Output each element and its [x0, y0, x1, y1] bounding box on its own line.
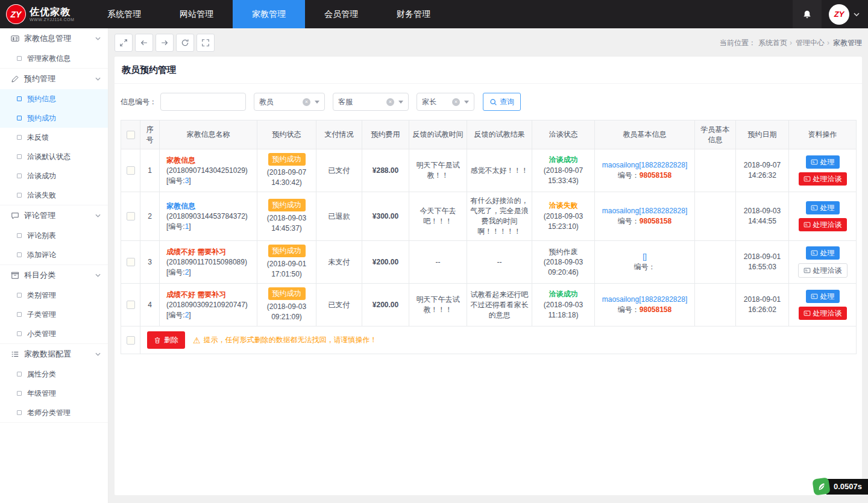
- talk-time: (2018-09-03 09:20:46): [535, 257, 591, 278]
- sidebar-item-teacher-category-manage[interactable]: 老师分类管理: [0, 403, 108, 422]
- sidebar-item-talk-default[interactable]: 洽谈默认状态: [0, 147, 108, 166]
- pay-status: 未支付: [316, 241, 362, 284]
- user-menu[interactable]: ZY: [822, 0, 868, 28]
- nav-item-finance[interactable]: 财务管理: [377, 0, 450, 28]
- status-time: (2018-09-07 14:30:42): [260, 167, 313, 188]
- status-time: (2018-09-03 14:45:37): [260, 213, 313, 234]
- breadcrumb-item-current: 家教管理: [827, 38, 862, 48]
- sidebar-item-manage-tutor-info[interactable]: 管理家教信息: [0, 49, 108, 68]
- handle-button[interactable]: 处理: [806, 155, 840, 169]
- select-all-checkbox[interactable]: [127, 131, 135, 139]
- page-timer: 0.0507s: [813, 478, 868, 495]
- card-icon: [804, 310, 811, 317]
- bullet-icon: [17, 293, 22, 298]
- bullet-icon: [17, 173, 22, 178]
- nav-item-tutoring[interactable]: 家教管理: [233, 0, 305, 28]
- delete-button[interactable]: 删除: [147, 331, 185, 349]
- tutor-info-link[interactable]: 成绩不好 需要补习: [166, 247, 254, 257]
- info-number-label: 信息编号：: [121, 97, 157, 107]
- sidebar-item-talk-failed[interactable]: 洽谈失败: [0, 186, 108, 205]
- notifications-button[interactable]: [793, 0, 822, 28]
- fullscreen-button[interactable]: [197, 34, 215, 52]
- row-checkbox[interactable]: [127, 212, 135, 220]
- breadcrumb-item-home[interactable]: 系统首页: [758, 38, 787, 48]
- handle-talk-button[interactable]: 处理洽谈: [799, 218, 847, 231]
- handle-talk-button[interactable]: 处理洽谈: [799, 172, 847, 186]
- nav-item-members[interactable]: 会员管理: [305, 0, 377, 28]
- sidebar-group-subjects[interactable]: 科目分类: [0, 265, 108, 286]
- chevron-down-icon: [95, 214, 101, 217]
- tutor-info-link[interactable]: 家教信息: [166, 201, 254, 211]
- leaf-icon: [812, 477, 830, 495]
- tutor-info-link[interactable]: 家教信息: [166, 155, 254, 166]
- row-checkbox[interactable]: [127, 301, 135, 309]
- sidebar-item-grade-manage[interactable]: 年级管理: [0, 384, 108, 403]
- handle-talk-button[interactable]: 处理洽谈: [799, 307, 847, 320]
- parent-select[interactable]: 家长 ×: [417, 93, 474, 111]
- teacher-link[interactable]: maosailong[18828282828]: [598, 206, 691, 216]
- pay-status: 已支付: [316, 284, 362, 326]
- top-nav: 系统管理 网站管理 家教管理 会员管理 财务管理: [88, 0, 450, 28]
- app-logo[interactable]: ZY 佐优家教 WWW.ZYJJ114.COM: [0, 0, 88, 28]
- teacher-link[interactable]: maosailong[18828282828]: [598, 160, 691, 170]
- sidebar-group-data-config[interactable]: 家教数据配置: [0, 344, 108, 364]
- trial-result: --: [467, 241, 532, 284]
- clear-icon[interactable]: ×: [386, 98, 394, 106]
- handle-button[interactable]: 处理: [806, 201, 840, 214]
- sidebar-item-subcategory-manage[interactable]: 子类管理: [0, 305, 108, 324]
- card-icon: [811, 249, 818, 257]
- clear-icon[interactable]: ×: [303, 98, 310, 106]
- topbar: ZY 佐优家教 WWW.ZYJJ114.COM 系统管理 网站管理 家教管理 会…: [0, 0, 868, 28]
- sidebar-item-booking-success[interactable]: 预约成功: [0, 108, 108, 128]
- sidebar-item-category-manage[interactable]: 类别管理: [0, 286, 108, 305]
- nav-item-system[interactable]: 系统管理: [88, 0, 160, 28]
- refresh-button[interactable]: [176, 34, 194, 52]
- sidebar-item-comment-list[interactable]: 评论别表: [0, 226, 108, 245]
- sidebar-item-booking-info[interactable]: 预约信息: [0, 89, 108, 108]
- tutor-info-number: [编号:2]: [166, 310, 254, 320]
- search-button[interactable]: 查询: [483, 93, 521, 111]
- render-time: 0.0507s: [826, 479, 868, 495]
- breadcrumb-item-admin-center[interactable]: 管理中心: [790, 38, 825, 48]
- refresh-icon: [181, 39, 189, 47]
- status-badge: 预约成功: [268, 199, 306, 211]
- footer-checkbox[interactable]: [127, 336, 135, 345]
- sidebar-item-attribute-category[interactable]: 属性分类: [0, 364, 108, 384]
- archive-icon: [11, 271, 19, 280]
- service-select[interactable]: 客服 ×: [333, 93, 409, 111]
- pencil-icon: [11, 75, 19, 83]
- tutor-info-code: (2018090314453784372): [166, 211, 254, 222]
- table-row: 2 家教信息 (2018090314453784372) [编号:1] 预约成功…: [121, 192, 857, 241]
- pay-status: 已支付: [316, 149, 362, 192]
- avatar: ZY: [829, 4, 849, 25]
- logo-icon: ZY: [6, 4, 26, 24]
- handle-button[interactable]: 处理: [806, 290, 840, 303]
- sidebar-item-add-comment[interactable]: 添加评论: [0, 245, 108, 264]
- clear-icon[interactable]: ×: [452, 98, 460, 106]
- sidebar-group-booking[interactable]: 预约管理: [0, 69, 108, 89]
- collapse-button[interactable]: [115, 34, 133, 52]
- trial-time: 今天下午去吧！！！: [409, 192, 467, 241]
- teacher-number: 编号：: [598, 262, 691, 272]
- talk-time: (2018-09-07 15:33:43): [535, 166, 591, 186]
- info-number-input[interactable]: [160, 93, 246, 111]
- handle-talk-button[interactable]: 处理洽谈: [798, 263, 848, 278]
- sidebar-item-talk-success[interactable]: 洽谈成功: [0, 166, 108, 186]
- row-checkbox[interactable]: [127, 166, 135, 175]
- nav-item-website[interactable]: 网站管理: [160, 0, 233, 28]
- fullscreen-icon: [201, 39, 210, 47]
- tutor-info-link[interactable]: 成绩不好 需要补习: [166, 290, 254, 300]
- teacher-link[interactable]: maosailong[18828282828]: [598, 295, 691, 305]
- sidebar-item-no-feedback[interactable]: 未反馈: [0, 128, 108, 147]
- talk-status: 预约作废: [535, 247, 591, 257]
- forward-button[interactable]: [156, 34, 174, 52]
- handle-button[interactable]: 处理: [806, 246, 840, 260]
- row-checkbox[interactable]: [127, 258, 135, 266]
- sidebar-item-minor-category-manage[interactable]: 小类管理: [0, 324, 108, 343]
- teacher-link[interactable]: []: [598, 252, 691, 262]
- sidebar-group-comments[interactable]: 评论管理: [0, 205, 108, 226]
- sidebar-group-tutor-info[interactable]: 家教信息管理: [0, 28, 108, 49]
- back-button[interactable]: [135, 34, 153, 52]
- teacher-select[interactable]: 教员 ×: [254, 93, 325, 111]
- search-icon: [489, 98, 497, 106]
